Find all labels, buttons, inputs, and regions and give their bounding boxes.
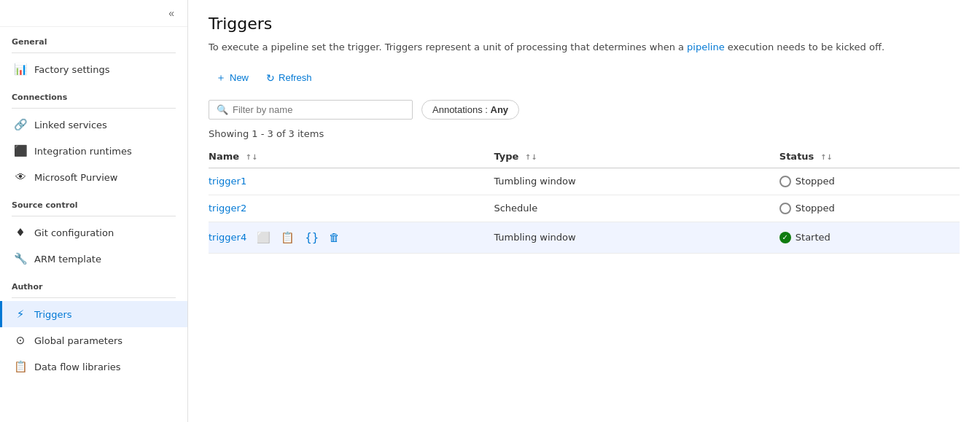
refresh-icon: ↻ [266, 72, 275, 84]
filter-input[interactable] [233, 104, 405, 115]
col-type-label: Type [494, 151, 518, 162]
col-name-sort-icon: ↑↓ [246, 153, 258, 161]
col-type-sort-icon: ↑↓ [525, 153, 537, 161]
row-status-cell: Stopped [779, 195, 960, 222]
search-icon: 🔍 [217, 104, 228, 115]
col-name-label: Name [209, 151, 239, 162]
divider-connections [12, 108, 176, 109]
sidebar-item-label: Factory settings [34, 64, 109, 75]
sidebar-item-label: Triggers [34, 309, 72, 320]
sidebar-item-label: Git configuration [34, 227, 114, 238]
row-status-cell: Stopped [779, 168, 960, 195]
sidebar-item-integration-runtimes[interactable]: ⬛ Integration runtimes [0, 138, 187, 164]
row-name-cell: trigger2 [209, 195, 494, 222]
integration-runtimes-icon: ⬛ [14, 144, 27, 157]
page-title: Triggers [209, 15, 960, 33]
table-row: trigger2 Schedule Stopped [209, 195, 960, 222]
table-body: trigger1 Tumbling window Stopped trigger… [209, 168, 960, 253]
table-row: trigger4 ⬜ 📋 {} 🗑 Tumbling window Starte… [209, 222, 960, 253]
status-started: Started [779, 232, 951, 243]
section-label-general: General [0, 27, 187, 50]
annotations-value: Any [491, 104, 509, 115]
sidebar-collapse-button[interactable]: « [164, 6, 179, 20]
row-name-cell: trigger4 ⬜ 📋 {} 🗑 [209, 222, 494, 253]
refresh-label: Refresh [279, 72, 312, 83]
purview-icon: 👁 [14, 171, 27, 184]
arm-template-icon: 🔧 [14, 252, 27, 265]
row-status-cell: Started [779, 222, 960, 253]
row-type-cell: Schedule [494, 195, 779, 222]
desc-text-1: To execute a pipeline set the trigger. T… [209, 42, 687, 52]
sidebar-item-label: Microsoft Purview [34, 172, 117, 183]
pipeline-link[interactable]: pipeline [687, 42, 725, 52]
col-header-type[interactable]: Type ↑↓ [494, 145, 779, 168]
status-stopped-1: Stopped [779, 176, 951, 187]
section-label-author: Author [0, 272, 187, 294]
section-label-source-control: Source control [0, 190, 187, 213]
new-icon: ＋ [216, 71, 226, 85]
row-action-clone-icon[interactable]: ⬜ [254, 230, 273, 246]
sidebar-item-label: ARM template [34, 254, 101, 265]
divider-author [12, 297, 176, 298]
row-action-json-icon[interactable]: {} [302, 230, 322, 246]
filter-row: 🔍 Annotations : Any [209, 100, 960, 120]
status-label-1: Stopped [796, 176, 835, 187]
count-label: Showing 1 - 3 of 3 items [209, 128, 960, 139]
stopped-icon-1 [779, 176, 791, 187]
status-stopped-2: Stopped [779, 203, 951, 214]
divider-general [12, 52, 176, 53]
triggers-table: Name ↑↓ Type ↑↓ Status ↑↓ trigger1 Tum [209, 145, 960, 254]
toolbar: ＋ New ↻ Refresh [209, 68, 960, 88]
sidebar-item-microsoft-purview[interactable]: 👁 Microsoft Purview [0, 164, 187, 190]
page-description: To execute a pipeline set the trigger. T… [209, 40, 960, 55]
row-action-delete-icon[interactable]: 🗑 [326, 230, 343, 246]
row-action-copy-icon[interactable]: 📋 [278, 230, 298, 246]
col-status-sort-icon: ↑↓ [820, 153, 833, 161]
sidebar-item-label: Linked services [34, 120, 107, 130]
annotations-colon: : [485, 104, 490, 115]
trigger2-link[interactable]: trigger2 [209, 203, 246, 214]
row-type-cell: Tumbling window [494, 222, 779, 253]
sidebar-item-arm-template[interactable]: 🔧 ARM template [0, 246, 187, 272]
git-icon: ♦ [14, 226, 27, 239]
data-flow-libraries-icon: 📋 [14, 360, 27, 373]
section-label-connections: Connections [0, 82, 187, 105]
sidebar-item-triggers[interactable]: ⚡ Triggers [0, 301, 187, 327]
row-name-cell: trigger1 [209, 168, 494, 195]
sidebar-collapse-control: « [0, 0, 187, 27]
stopped-icon-2 [779, 203, 791, 214]
linked-services-icon: 🔗 [14, 118, 27, 131]
sidebar-item-label: Data flow libraries [34, 362, 121, 372]
col-header-status[interactable]: Status ↑↓ [779, 145, 960, 168]
sidebar-item-linked-services[interactable]: 🔗 Linked services [0, 112, 187, 138]
status-label-2: Stopped [796, 203, 835, 214]
sidebar-item-git-configuration[interactable]: ♦ Git configuration [0, 219, 187, 246]
status-label-3: Started [796, 232, 831, 243]
col-header-name[interactable]: Name ↑↓ [209, 145, 494, 168]
sidebar-item-data-flow-libraries[interactable]: 📋 Data flow libraries [0, 353, 187, 380]
divider-source-control [12, 216, 176, 216]
trigger1-link[interactable]: trigger1 [209, 176, 246, 187]
new-button[interactable]: ＋ New [209, 68, 256, 88]
factory-settings-icon: 📊 [14, 63, 27, 76]
started-icon [779, 232, 791, 243]
table-row: trigger1 Tumbling window Stopped [209, 168, 960, 195]
annotations-filter-button[interactable]: Annotations : Any [421, 100, 519, 120]
sidebar-item-global-parameters[interactable]: ⊙ Global parameters [0, 327, 187, 353]
row-actions: ⬜ 📋 {} 🗑 [254, 230, 343, 246]
refresh-button[interactable]: ↻ Refresh [259, 69, 319, 87]
filter-input-wrapper: 🔍 [209, 100, 413, 120]
triggers-icon: ⚡ [14, 308, 27, 321]
main-panel: Triggers To execute a pipeline set the t… [188, 0, 980, 422]
table-header: Name ↑↓ Type ↑↓ Status ↑↓ [209, 145, 960, 168]
trigger4-link[interactable]: trigger4 [209, 232, 246, 243]
sidebar-item-label: Global parameters [34, 335, 122, 346]
sidebar-item-label: Integration runtimes [34, 146, 132, 157]
global-params-icon: ⊙ [14, 334, 27, 347]
sidebar-item-factory-settings[interactable]: 📊 Factory settings [0, 56, 187, 82]
annotations-label: Annotations [432, 104, 483, 115]
new-label: New [230, 72, 249, 83]
desc-text-2: execution needs to be kicked off. [725, 42, 884, 52]
col-status-label: Status [779, 151, 814, 162]
row-type-cell: Tumbling window [494, 168, 779, 195]
